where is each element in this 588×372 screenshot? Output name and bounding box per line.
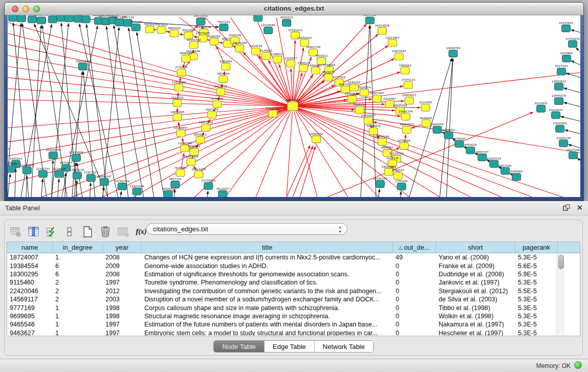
cell-name[interactable]: 9699695 <box>7 313 53 320</box>
teal-node[interactable] <box>376 181 384 188</box>
yellow-node[interactable] <box>347 96 356 103</box>
cell-short[interactable]: Franke et al. (2009) <box>436 262 515 270</box>
cell-title[interactable]: Genome-wide association studies in ADHD. <box>142 262 393 270</box>
teal-node[interactable] <box>133 188 141 195</box>
teal-node[interactable] <box>569 40 577 48</box>
cell-name[interactable]: 18300295 <box>7 271 53 278</box>
yellow-node[interactable] <box>299 64 308 72</box>
table-settings-icon[interactable] <box>10 226 22 238</box>
table-row[interactable]: 977716911998Corpus callosum shape and si… <box>7 303 580 312</box>
cell-outde[interactable]: 0 <box>393 304 436 312</box>
column-header-title[interactable]: title <box>142 242 393 253</box>
cell-outde[interactable]: 0 <box>393 330 436 336</box>
cell-pagerank[interactable]: 5.3E-5 <box>515 254 558 261</box>
cell-short[interactable]: Wolkin et al. (1998) <box>436 313 515 320</box>
yellow-node[interactable] <box>421 104 430 112</box>
yellow-node[interactable] <box>208 111 216 118</box>
cell-short[interactable]: Stergiakouli et al. (2012) <box>436 288 515 295</box>
teal-node[interactable] <box>397 183 406 190</box>
teal-node[interactable] <box>8 15 17 21</box>
teal-node[interactable] <box>118 183 126 190</box>
yellow-node[interactable] <box>187 158 195 165</box>
row-selection-icon[interactable] <box>46 226 58 238</box>
teal-node[interactable] <box>8 165 15 172</box>
teal-node[interactable] <box>282 19 291 27</box>
yellow-node[interactable] <box>355 106 364 114</box>
column-visibility-icon[interactable] <box>28 226 40 238</box>
yellow-node[interactable] <box>400 142 408 149</box>
tab-network-table[interactable]: Network Table <box>315 341 373 352</box>
window-titlebar[interactable]: citations_edges.txt <box>5 3 583 15</box>
tab-node-table[interactable]: Node Table <box>214 341 265 352</box>
cell-pagerank[interactable]: 5.3E-5 <box>515 279 558 286</box>
table-row[interactable]: 1938455462009Genome-wide association stu… <box>7 261 580 270</box>
row-height-icon[interactable] <box>63 226 76 238</box>
cell-indegree[interactable]: 1 <box>53 313 103 320</box>
teal-node[interactable] <box>556 125 564 133</box>
table-row[interactable]: 946362711997Embryonic stem cells: a mode… <box>7 329 580 336</box>
cell-indegree[interactable]: 1 <box>53 304 103 312</box>
yellow-node[interactable] <box>360 89 368 96</box>
teal-node[interactable] <box>557 68 566 75</box>
column-header-year[interactable]: year <box>103 242 142 253</box>
teal-node[interactable] <box>17 15 26 22</box>
node-table[interactable]: namein_degreeyeartitle△out_de...shortpag… <box>7 242 580 336</box>
yellow-node[interactable] <box>170 30 179 37</box>
cell-indegree[interactable]: 1 <box>53 330 103 336</box>
cell-title[interactable]: Tourette syndrome. Phenomenology and cla… <box>142 279 393 286</box>
teal-node[interactable] <box>455 140 464 147</box>
cell-outde[interactable]: 0 <box>393 288 436 295</box>
yellow-node[interactable] <box>177 130 185 137</box>
network-canvas[interactable]: 7463822886012889129542226053818275065165… <box>8 15 580 197</box>
yellow-node[interactable] <box>350 84 358 91</box>
teal-node[interactable] <box>501 167 510 174</box>
yellow-node[interactable] <box>401 67 409 74</box>
cell-name[interactable]: 18724007 <box>7 254 53 261</box>
yellow-node[interactable] <box>235 45 244 52</box>
yellow-node[interactable] <box>405 97 413 104</box>
yellow-node[interactable] <box>210 38 219 45</box>
cell-year[interactable]: 1998 <box>103 313 142 320</box>
yellow-node[interactable] <box>194 171 203 178</box>
delete-table-icon[interactable] <box>99 226 112 238</box>
teal-node[interactable] <box>444 132 453 139</box>
yellow-node[interactable] <box>311 67 320 74</box>
teal-node[interactable] <box>512 173 521 181</box>
cell-pagerank[interactable]: 5.9E-5 <box>515 271 558 278</box>
cell-pagerank[interactable]: 5.3E-5 <box>515 321 558 328</box>
yellow-node[interactable] <box>402 126 411 134</box>
float-panel-icon[interactable] <box>563 204 570 211</box>
teal-node[interactable] <box>197 18 205 25</box>
teal-node[interactable] <box>55 170 63 178</box>
scrollbar-thumb[interactable] <box>558 255 564 269</box>
yellow-node[interactable] <box>145 26 154 33</box>
teal-node[interactable] <box>555 83 563 90</box>
cell-name[interactable]: 14569117 <box>7 296 53 303</box>
function-builder-icon[interactable]: f(x) <box>135 226 147 238</box>
teal-node[interactable] <box>64 15 73 22</box>
cell-title[interactable]: Structural magnetic resonance image aver… <box>142 313 393 320</box>
column-header-pagerank[interactable]: pagerank <box>515 242 558 253</box>
cell-outde[interactable]: 0 <box>393 321 436 328</box>
new-table-icon[interactable] <box>81 226 94 238</box>
teal-node[interactable] <box>48 16 57 23</box>
yellow-node[interactable] <box>287 60 295 67</box>
yellow-node[interactable] <box>219 76 228 83</box>
yellow-node[interactable] <box>378 138 386 145</box>
yellow-node[interactable] <box>404 81 412 89</box>
teal-node[interactable] <box>264 27 273 34</box>
column-header-outde[interactable]: △out_de... <box>393 242 436 253</box>
cell-short[interactable]: Hescheler et al. (1997) <box>436 330 515 336</box>
cell-indegree[interactable]: 2 <box>53 288 103 295</box>
teal-node[interactable] <box>38 170 47 178</box>
teal-node[interactable] <box>164 190 172 197</box>
cell-year[interactable]: 2008 <box>103 271 142 278</box>
table-row[interactable]: 946554611997Estimation of the future num… <box>7 320 580 329</box>
cell-short[interactable]: Tibbo et al. (1998) <box>436 304 515 312</box>
cell-title[interactable]: Disruption of a novel member of a sodium… <box>142 296 393 303</box>
table-selector-dropdown[interactable]: citations_edges.txt ▲▼ <box>146 223 347 235</box>
cell-name[interactable]: 19384554 <box>7 262 53 270</box>
teal-node[interactable] <box>49 152 57 159</box>
close-panel-icon[interactable]: ✕ <box>576 204 583 211</box>
yellow-node[interactable] <box>324 74 333 81</box>
